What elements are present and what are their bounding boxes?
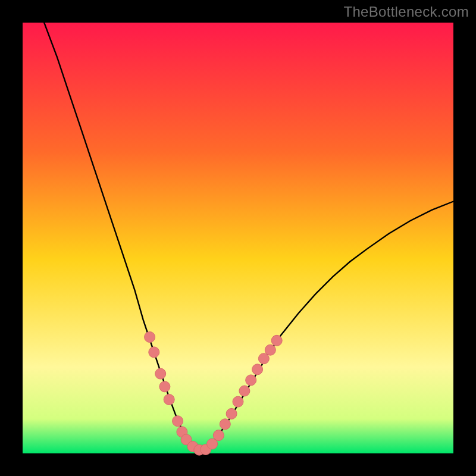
watermark-text: TheBottleneck.com <box>343 4 469 20</box>
curve-marker <box>173 416 183 427</box>
curve-marker <box>233 396 243 407</box>
curve-marker <box>164 394 174 405</box>
plot-background <box>23 23 453 453</box>
curve-marker <box>155 368 166 379</box>
curve-marker <box>159 381 170 392</box>
chart-svg <box>0 0 476 476</box>
curve-marker <box>246 375 256 386</box>
chart-stage: { "watermark": "TheBottleneck.com", "col… <box>0 0 476 476</box>
curve-marker <box>239 386 250 396</box>
curve-marker <box>145 332 155 343</box>
curve-marker <box>149 347 159 358</box>
curve-marker <box>226 408 237 419</box>
curve-marker <box>265 345 275 355</box>
curve-marker <box>252 364 263 375</box>
curve-marker <box>213 430 224 441</box>
curve-marker <box>220 419 230 430</box>
curve-marker <box>271 335 282 346</box>
